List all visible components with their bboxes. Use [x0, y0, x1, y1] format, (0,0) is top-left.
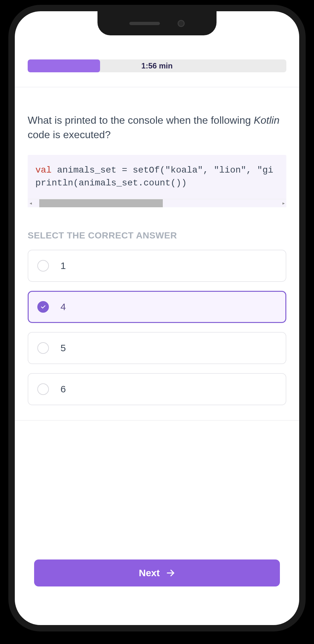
code-content: val animals_set = setOf("koala", "lion",… — [28, 155, 286, 199]
code-keyword: val — [35, 165, 51, 175]
timer-progress: 1:56 min — [28, 59, 286, 72]
options-list: 1 4 5 — [28, 250, 286, 405]
code-scrollbar[interactable]: ◂ ▸ — [28, 199, 286, 207]
question-prefix: What is printed to the console when the … — [28, 114, 254, 126]
arrow-right-icon — [166, 568, 175, 578]
code-line1-rest: animals_set = setOf("koala", "lion", "gi — [51, 165, 273, 175]
timer-text: 1:56 min — [141, 61, 172, 70]
scroll-track[interactable] — [33, 199, 281, 207]
question-suffix: code is executed? — [28, 129, 111, 140]
option-2[interactable]: 4 — [28, 291, 286, 323]
question-lang: Kotlin — [254, 114, 280, 126]
option-4[interactable]: 6 — [28, 373, 286, 405]
notch-camera — [178, 20, 185, 27]
screen-content: 1:56 min What is printed to the console … — [15, 11, 299, 625]
phone-notch — [97, 11, 217, 35]
scroll-thumb[interactable] — [39, 199, 163, 207]
instruction-heading: SELECT THE CORRECT ANSWER — [28, 230, 286, 241]
radio-icon — [37, 260, 49, 272]
phone-frame: 1:56 min What is printed to the console … — [8, 5, 306, 631]
question-card: What is printed to the console when the … — [15, 113, 299, 420]
radio-icon — [37, 383, 49, 395]
code-line2: println(animals_set.count()) — [35, 177, 279, 190]
option-3[interactable]: 5 — [28, 332, 286, 364]
header-divider — [15, 87, 299, 87]
timer-progress-fill — [28, 59, 100, 72]
code-block: val animals_set = setOf("koala", "lion",… — [28, 155, 286, 207]
question-text: What is printed to the console when the … — [28, 113, 286, 142]
scroll-right-icon[interactable]: ▸ — [281, 199, 286, 207]
option-1[interactable]: 1 — [28, 250, 286, 282]
option-label: 6 — [60, 384, 66, 395]
phone-screen: 1:56 min What is printed to the console … — [15, 11, 299, 625]
option-label: 4 — [60, 301, 66, 312]
scroll-left-icon[interactable]: ◂ — [28, 199, 33, 207]
next-button-label: Next — [139, 568, 160, 578]
option-label: 1 — [60, 260, 66, 271]
radio-checked-icon — [37, 301, 49, 313]
notch-speaker — [129, 22, 160, 25]
next-button[interactable]: Next — [34, 559, 280, 586]
option-label: 5 — [60, 343, 66, 353]
radio-icon — [37, 342, 49, 354]
